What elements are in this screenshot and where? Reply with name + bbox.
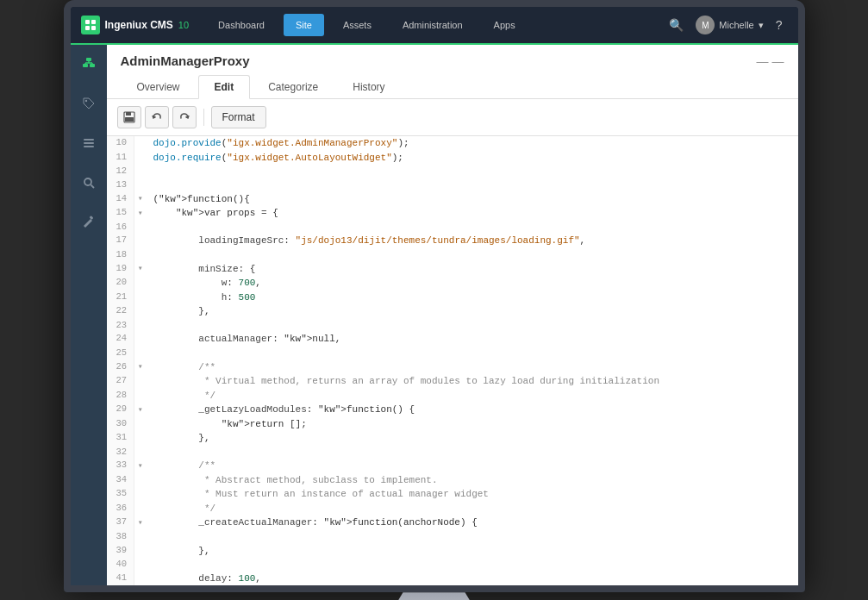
tab-edit[interactable]: Edit — [198, 75, 251, 99]
line-expand — [134, 165, 147, 178]
tab-overview[interactable]: Overview — [121, 75, 197, 98]
line-content — [147, 248, 798, 262]
line-expand — [134, 136, 147, 151]
user-menu-button[interactable]: M Michelle ▾ — [696, 16, 763, 34]
tab-history[interactable]: History — [336, 75, 401, 98]
page-title: AdminManagerProxy — [121, 53, 250, 68]
top-nav: Ingeniux CMS 10 Dashboard Site Assets Ad… — [71, 7, 798, 43]
line-number: 39 — [107, 544, 134, 559]
line-number: 11 — [107, 151, 134, 166]
table-row: 21 h: 500 — [107, 291, 798, 305]
line-expand[interactable]: ▾ — [134, 516, 147, 530]
code-table: 10 dojo.provide("igx.widget.AdminManager… — [107, 136, 798, 585]
line-number: 38 — [107, 530, 134, 544]
user-dropdown-icon: ▾ — [759, 20, 764, 31]
line-number: 18 — [107, 248, 134, 262]
undo-button[interactable] — [145, 106, 169, 128]
brand: Ingeniux CMS 10 — [81, 16, 190, 34]
sidebar-icon-tag[interactable] — [78, 93, 99, 117]
svg-line-16 — [91, 185, 94, 189]
svg-rect-1 — [91, 20, 96, 24]
table-row: 25 — [107, 347, 798, 360]
table-row: 38 — [107, 530, 798, 544]
code-editor[interactable]: 10 dojo.provide("igx.widget.AdminManager… — [107, 136, 798, 585]
line-expand — [134, 319, 147, 333]
line-expand — [134, 332, 147, 347]
line-expand[interactable]: ▾ — [134, 192, 147, 207]
tab-categorize[interactable]: Categorize — [252, 75, 334, 98]
line-content: _createActualManager: "kw">function(anch… — [147, 516, 798, 530]
svg-rect-0 — [85, 20, 90, 24]
save-button[interactable] — [117, 106, 141, 128]
line-number: 23 — [107, 319, 134, 333]
page-header: AdminManagerProxy — — Overview Edit Cate… — [107, 45, 798, 99]
line-number: 14 — [107, 192, 134, 207]
brand-name: Ingeniux CMS — [105, 19, 173, 31]
line-number: 24 — [107, 332, 134, 347]
svg-point-11 — [84, 100, 86, 102]
line-expand[interactable]: ▾ — [134, 262, 147, 277]
line-content: * Abstract method, subclass to implement… — [147, 473, 798, 488]
toolbar-separator — [203, 109, 204, 126]
line-content: delay: 100, — [147, 572, 798, 586]
line-content — [147, 530, 798, 544]
line-number: 41 — [107, 572, 134, 586]
line-content — [147, 165, 798, 178]
line-expand — [134, 389, 147, 403]
line-number: 16 — [107, 221, 134, 234]
line-content: minSize: { — [147, 262, 798, 277]
table-row: 28 */ — [107, 389, 798, 403]
svg-rect-4 — [86, 58, 91, 61]
line-content: w: 700, — [147, 276, 798, 291]
table-row: 32 — [107, 446, 798, 459]
line-number: 27 — [107, 374, 134, 389]
format-button[interactable]: Format — [211, 106, 266, 128]
sidebar-icon-tools[interactable] — [78, 212, 99, 236]
svg-rect-12 — [84, 139, 94, 141]
user-name: Michelle — [719, 20, 753, 30]
nav-assets[interactable]: Assets — [331, 14, 384, 36]
table-row: 22 }, — [107, 304, 798, 319]
redo-button[interactable] — [172, 106, 197, 128]
table-row: 14▾("kw">function(){ — [107, 192, 798, 207]
line-number: 13 — [107, 178, 134, 192]
line-number: 31 — [107, 431, 134, 446]
line-number: 12 — [107, 165, 134, 178]
line-content: */ — [147, 502, 798, 516]
line-content: dojo.provide("igx.widget.AdminManagerPro… — [147, 136, 798, 151]
nav-dashboard[interactable]: Dashboard — [206, 14, 277, 36]
svg-rect-20 — [125, 117, 134, 122]
nav-site[interactable]: Site — [284, 14, 324, 36]
line-content — [147, 221, 798, 234]
table-row: 29▾ _getLazyLoadModules: "kw">function()… — [107, 403, 798, 417]
line-expand — [134, 446, 147, 459]
line-content: }, — [147, 544, 798, 559]
table-row: 37▾ _createActualManager: "kw">function(… — [107, 516, 798, 530]
monitor-stand — [383, 592, 486, 600]
nav-apps[interactable]: Apps — [482, 14, 528, 36]
help-button[interactable]: ? — [771, 15, 788, 35]
line-expand[interactable]: ▾ — [134, 360, 147, 375]
table-row: 10 dojo.provide("igx.widget.AdminManager… — [107, 136, 798, 151]
line-number: 25 — [107, 347, 134, 360]
line-expand — [134, 572, 147, 586]
line-content: dojo.require("igx.widget.AutoLayoutWidge… — [147, 151, 798, 166]
line-expand — [134, 248, 147, 262]
sidebar-icon-search[interactable] — [78, 172, 99, 197]
search-nav-button[interactable]: 🔍 — [664, 15, 689, 35]
page-menu-dots[interactable]: — — — [757, 54, 784, 68]
sidebar-icon-sitemap[interactable] — [78, 53, 99, 78]
line-expand — [134, 347, 147, 360]
line-expand[interactable]: ▾ — [134, 403, 147, 417]
line-content: * Must return an instance of actual mana… — [147, 487, 798, 502]
line-expand[interactable]: ▾ — [134, 459, 147, 473]
line-expand — [134, 304, 147, 319]
table-row: 31 }, — [107, 431, 798, 446]
table-row: 20 w: 700, — [107, 276, 798, 291]
line-expand[interactable]: ▾ — [134, 206, 147, 221]
table-row: 33▾ /** — [107, 459, 798, 473]
line-expand — [134, 151, 147, 166]
sidebar-icon-list[interactable] — [78, 133, 99, 157]
line-content: /** — [147, 459, 798, 473]
nav-administration[interactable]: Administration — [390, 14, 475, 36]
